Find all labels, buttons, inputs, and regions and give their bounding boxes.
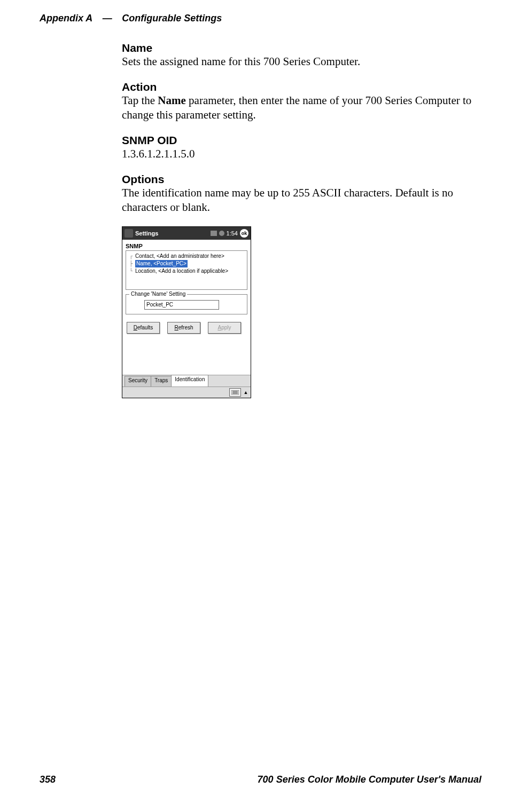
volume-icon[interactable] <box>219 231 224 236</box>
windows-flag-icon[interactable] <box>125 229 133 238</box>
action-text-bold: Name <box>158 94 185 107</box>
tab-security[interactable]: Security <box>125 376 151 387</box>
section-text-options: The identification name may be up to 255… <box>122 186 485 215</box>
tree-item-location[interactable]: └Location, <Add a location if applicable… <box>128 267 245 275</box>
page-content: Name Sets the assigned name for this 700… <box>122 42 485 398</box>
section-heading-name: Name <box>122 42 485 54</box>
tree-item-name[interactable]: ├Name, <Pocket_PC> <box>128 260 245 267</box>
name-input[interactable] <box>144 300 219 310</box>
section-heading-snmp: SNMP OID <box>122 134 485 147</box>
ok-button[interactable]: ok <box>240 229 248 238</box>
manual-title: 700 Series Color Mobile Computer User's … <box>258 774 481 785</box>
change-name-fieldset: Change 'Name' Setting <box>126 294 247 314</box>
header-appendix: Appendix A <box>40 13 92 23</box>
tab-traps[interactable]: Traps <box>151 376 172 387</box>
pocketpc-screenshot: Settings 1:54 ok SNMP ┌Contact, <Add an … <box>122 226 251 398</box>
up-arrow-icon[interactable]: ▲ <box>243 389 248 396</box>
section-text-snmp: 1.3.6.1.2.1.1.5.0 <box>122 147 485 161</box>
signal-icon[interactable] <box>211 231 217 236</box>
section-text-action: Tap the Name parameter, then enter the n… <box>122 93 485 122</box>
defaults-button[interactable]: Defaults <box>127 322 160 334</box>
ppc-tabs: Security Traps Identification <box>122 375 251 387</box>
tree-item-contact[interactable]: ┌Contact, <Add an administrator here> <box>128 253 245 260</box>
refresh-button[interactable]: Refresh <box>167 322 200 334</box>
section-heading-options: Options <box>122 173 485 186</box>
change-name-legend: Change 'Name' Setting <box>129 291 187 297</box>
section-text-name: Sets the assigned name for this 700 Seri… <box>122 54 485 69</box>
ppc-time: 1:54 <box>227 230 238 236</box>
action-text-pre: Tap the <box>122 94 158 107</box>
snmp-tree[interactable]: ┌Contact, <Add an administrator here> ├N… <box>126 250 247 290</box>
header-separator: — <box>103 13 112 23</box>
section-heading-action: Action <box>122 81 485 93</box>
tab-identification[interactable]: Identification <box>171 375 208 387</box>
page-number: 358 <box>40 774 56 785</box>
ppc-titlebar: Settings 1:54 ok <box>122 227 251 240</box>
ppc-bottombar: ▲ <box>122 387 251 398</box>
apply-button: Apply <box>208 322 241 334</box>
keyboard-icon[interactable] <box>229 388 241 397</box>
ppc-section-title: SNMP <box>126 243 247 249</box>
header-title: Configurable Settings <box>122 13 222 23</box>
ppc-title: Settings <box>135 230 158 236</box>
page-footer: 358 700 Series Color Mobile Computer Use… <box>40 774 481 785</box>
page-header: Appendix A — Configurable Settings <box>40 13 222 24</box>
